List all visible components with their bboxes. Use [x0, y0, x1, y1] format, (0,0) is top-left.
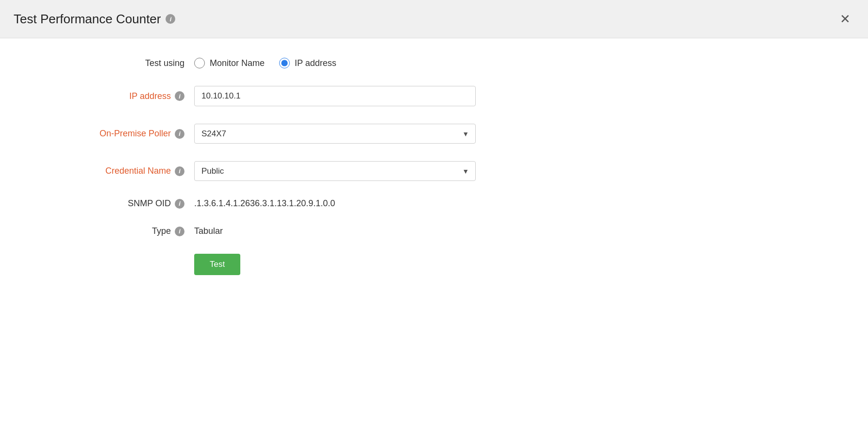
credential-name-select-wrapper: Public ▼ — [194, 161, 476, 181]
dialog-body: Test using Monitor Name IP address I — [0, 38, 868, 426]
on-premise-poller-select[interactable]: S24X7 — [194, 124, 476, 144]
ip-address-input[interactable] — [194, 86, 476, 106]
title-info-icon[interactable]: i — [166, 14, 175, 24]
snmp-oid-value: .1.3.6.1.4.1.2636.3.1.13.1.20.9.1.0.0 — [194, 198, 476, 209]
credential-name-row: Credential Name i Public ▼ — [29, 161, 839, 181]
on-premise-poller-select-wrapper: S24X7 ▼ — [194, 124, 476, 144]
monitor-name-label: Monitor Name — [210, 58, 265, 68]
on-premise-poller-info-icon[interactable]: i — [175, 129, 184, 139]
snmp-oid-row: SNMP OID i .1.3.6.1.4.1.2636.3.1.13.1.20… — [29, 198, 839, 209]
dialog-title: Test Performance Counter — [14, 12, 161, 27]
on-premise-poller-control: S24X7 ▼ — [194, 124, 476, 144]
ip-address-control — [194, 86, 476, 106]
ip-address-field-label: IP address i — [29, 91, 194, 101]
snmp-oid-info-icon[interactable]: i — [175, 199, 184, 209]
type-label: Type i — [29, 226, 194, 236]
dialog-header: Test Performance Counter i ✕ — [0, 0, 868, 38]
credential-name-select[interactable]: Public — [194, 161, 476, 181]
ip-address-label: IP address — [295, 58, 336, 68]
test-button[interactable]: Test — [194, 254, 240, 275]
test-button-area: Test — [194, 254, 476, 275]
test-using-control: Monitor Name IP address — [194, 58, 476, 68]
on-premise-poller-row: On-Premise Poller i S24X7 ▼ — [29, 124, 839, 144]
dialog: Test Performance Counter i ✕ Test using … — [0, 0, 868, 426]
on-premise-poller-label: On-Premise Poller i — [29, 129, 194, 139]
snmp-oid-text: .1.3.6.1.4.1.2636.3.1.13.1.20.9.1.0.0 — [194, 198, 335, 208]
test-using-label: Test using — [29, 58, 194, 68]
type-info-icon[interactable]: i — [175, 227, 184, 236]
close-button[interactable]: ✕ — [836, 11, 854, 27]
credential-name-info-icon[interactable]: i — [175, 166, 184, 176]
credential-name-control: Public ▼ — [194, 161, 476, 181]
type-row: Type i Tabular — [29, 226, 839, 236]
radio-group: Monitor Name IP address — [194, 58, 476, 68]
monitor-name-radio[interactable] — [194, 58, 205, 68]
test-using-row: Test using Monitor Name IP address — [29, 58, 839, 68]
ip-address-radio[interactable] — [279, 58, 290, 68]
ip-address-row: IP address i — [29, 86, 839, 106]
test-button-row: Test — [29, 254, 839, 275]
ip-address-info-icon[interactable]: i — [175, 91, 184, 101]
monitor-name-option[interactable]: Monitor Name — [194, 58, 265, 68]
credential-name-label: Credential Name i — [29, 166, 194, 176]
type-value: Tabular — [194, 226, 476, 236]
ip-address-option[interactable]: IP address — [279, 58, 336, 68]
dialog-title-row: Test Performance Counter i — [14, 12, 175, 27]
type-text: Tabular — [194, 226, 223, 236]
snmp-oid-label: SNMP OID i — [29, 198, 194, 209]
